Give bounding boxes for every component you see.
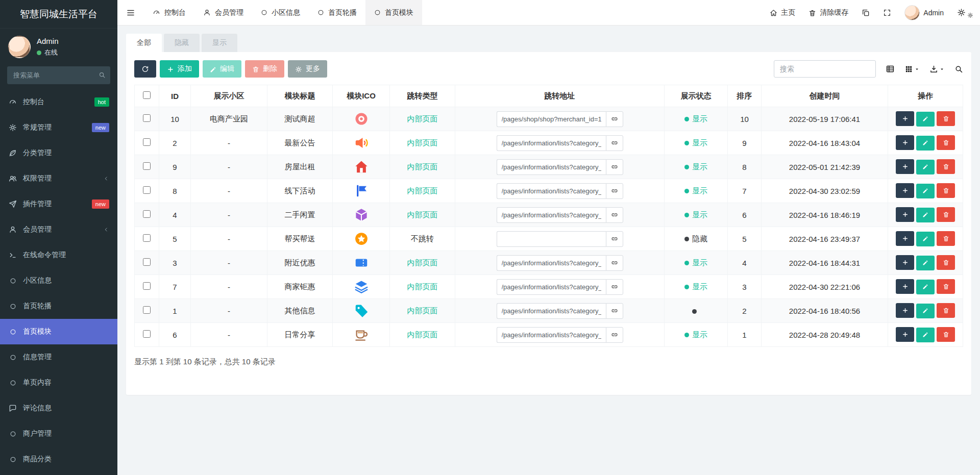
sidebar-item-banner[interactable]: 首页轮播	[0, 293, 117, 319]
row-delete-button[interactable]	[937, 207, 955, 222]
select-all-checkbox[interactable]	[143, 91, 151, 99]
sidebar-search-button[interactable]	[99, 71, 106, 79]
row-checkbox[interactable]	[143, 138, 151, 146]
jump-url-input[interactable]	[497, 327, 606, 343]
home-link[interactable]: 主页	[763, 0, 802, 25]
jump-url-input[interactable]	[497, 255, 606, 271]
link-button[interactable]	[606, 303, 623, 319]
columns-button[interactable]	[904, 65, 920, 73]
row-delete-button[interactable]	[937, 135, 955, 150]
table-row[interactable]: 8-线下活动内部页面显示72022-04-30 23:02:59	[135, 179, 963, 203]
row-checkbox[interactable]	[143, 114, 151, 122]
export-button[interactable]	[929, 65, 945, 73]
row-edit-button[interactable]	[916, 328, 935, 342]
row-add-button[interactable]	[896, 135, 914, 150]
row-add-button[interactable]	[896, 279, 914, 294]
table-row[interactable]: 9-房屋出租内部页面显示82022-05-01 21:42:39	[135, 155, 963, 179]
edit-button[interactable]: 编辑	[203, 60, 241, 78]
filter-tab-visible[interactable]: 显示	[202, 34, 237, 52]
settings-button[interactable]	[950, 0, 980, 25]
sidebar-item-goods-category[interactable]: 商品分类	[0, 446, 117, 472]
row-delete-button[interactable]	[937, 159, 955, 174]
user-menu[interactable]: Admin	[898, 0, 950, 25]
link-button[interactable]	[606, 255, 623, 271]
sidebar-item-single-page[interactable]: 单页内容	[0, 370, 117, 395]
jump-url-input[interactable]	[497, 303, 606, 319]
sidebar-item-addon[interactable]: 插件管理new	[0, 191, 117, 217]
row-edit-button[interactable]	[916, 256, 935, 270]
jump-url-input[interactable]	[497, 183, 606, 199]
row-add-button[interactable]	[896, 327, 914, 342]
tab-banner[interactable]: 首页轮播	[309, 0, 365, 25]
link-button[interactable]	[606, 183, 623, 199]
jump-url-input[interactable]	[497, 111, 606, 127]
sidebar-item-merchant[interactable]: 商户管理	[0, 421, 117, 446]
advanced-search-button[interactable]	[954, 65, 963, 73]
jump-url-input[interactable]	[497, 231, 606, 247]
sidebar-item-comment[interactable]: 评论信息	[0, 395, 117, 421]
tab-dashboard[interactable]: 控制台	[144, 0, 194, 25]
row-edit-button[interactable]	[916, 112, 935, 127]
row-checkbox[interactable]	[143, 210, 151, 218]
sidebar-item-category[interactable]: 分类管理	[0, 140, 117, 166]
row-checkbox[interactable]	[143, 186, 151, 194]
table-search-input[interactable]	[774, 60, 876, 78]
jump-url-input[interactable]	[497, 207, 606, 223]
tab-home-module[interactable]: 首页模块	[365, 0, 422, 25]
row-edit-button[interactable]	[916, 184, 935, 198]
tab-member[interactable]: 会员管理	[194, 0, 252, 25]
row-edit-button[interactable]	[916, 232, 935, 246]
table-row[interactable]: 2-最新公告内部页面显示92022-04-16 18:43:04	[135, 131, 963, 155]
link-button[interactable]	[606, 327, 623, 343]
row-delete-button[interactable]	[937, 303, 955, 318]
sidebar-item-community[interactable]: 小区信息	[0, 268, 117, 293]
tab-community[interactable]: 小区信息	[252, 0, 309, 25]
more-button[interactable]: 更多	[288, 60, 327, 78]
sidebar-item-auth[interactable]: 权限管理	[0, 166, 117, 191]
row-add-button[interactable]	[896, 231, 914, 246]
jump-url-input[interactable]	[497, 279, 606, 295]
fullscreen-button[interactable]	[876, 0, 898, 25]
sidebar-item-member[interactable]: 会员管理	[0, 217, 117, 242]
filter-tab-all[interactable]: 全部	[126, 34, 162, 52]
table-row[interactable]: 5-帮买帮送不跳转隐藏52022-04-16 23:49:37	[135, 227, 963, 251]
hamburger-menu-icon[interactable]	[117, 0, 144, 25]
row-edit-button[interactable]	[916, 136, 935, 151]
refresh-button[interactable]	[134, 60, 156, 78]
link-button[interactable]	[606, 111, 623, 127]
jump-url-input[interactable]	[497, 159, 606, 175]
sidebar-item-information[interactable]: 信息管理	[0, 344, 117, 370]
table-row[interactable]: 4-二手闲置内部页面显示62022-04-16 18:46:19	[135, 203, 963, 227]
row-checkbox[interactable]	[143, 234, 151, 242]
row-edit-button[interactable]	[916, 160, 935, 174]
sidebar-item-general[interactable]: 常规管理new	[0, 115, 117, 140]
row-edit-button[interactable]	[916, 280, 935, 294]
sidebar-search-input[interactable]	[7, 66, 110, 84]
link-button[interactable]	[606, 207, 623, 223]
link-button[interactable]	[606, 159, 623, 175]
row-add-button[interactable]	[896, 159, 914, 174]
jump-url-input[interactable]	[497, 135, 606, 151]
sidebar-item-command[interactable]: 在线命令管理	[0, 242, 117, 268]
filter-tab-hidden[interactable]: 隐藏	[164, 34, 200, 52]
table-row[interactable]: 10电商产业园测试商超内部页面显示102022-05-19 17:06:41	[135, 107, 963, 131]
row-add-button[interactable]	[896, 111, 914, 126]
table-row[interactable]: 3-附近优惠内部页面显示42022-04-16 18:44:31	[135, 251, 963, 275]
row-checkbox[interactable]	[143, 306, 151, 314]
row-add-button[interactable]	[896, 183, 914, 198]
table-row[interactable]: 1-其他信息内部页面22022-04-16 18:40:56	[135, 299, 963, 323]
add-button[interactable]: 添加	[160, 60, 199, 78]
row-delete-button[interactable]	[937, 255, 955, 270]
row-delete-button[interactable]	[937, 231, 955, 246]
row-add-button[interactable]	[896, 255, 914, 270]
row-checkbox[interactable]	[143, 282, 151, 290]
row-add-button[interactable]	[896, 207, 914, 222]
row-delete-button[interactable]	[937, 279, 955, 294]
row-delete-button[interactable]	[937, 183, 955, 198]
link-button[interactable]	[606, 231, 623, 247]
sidebar-item-home-module[interactable]: 首页模块	[0, 319, 117, 344]
row-edit-button[interactable]	[916, 304, 935, 318]
table-row[interactable]: 6-日常分享内部页面显示12022-04-28 20:49:48	[135, 323, 963, 347]
link-button[interactable]	[606, 279, 623, 295]
clear-cache-button[interactable]: 清除缓存	[802, 0, 855, 25]
